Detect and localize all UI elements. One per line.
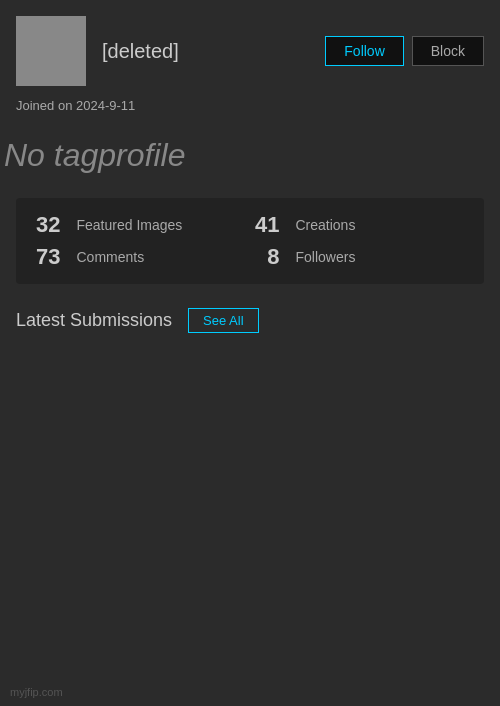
followers-count: 8 bbox=[255, 244, 279, 270]
featured-images-label: Featured Images bbox=[70, 217, 245, 233]
comments-label: Comments bbox=[70, 249, 245, 265]
creations-label: Creations bbox=[289, 217, 464, 233]
join-date: Joined on 2024-9-11 bbox=[0, 98, 500, 125]
footer: myjfip.com bbox=[10, 686, 63, 698]
stats-grid: 32 Featured Images 41 Creations 73 Comme… bbox=[36, 212, 464, 270]
latest-section: Latest Submissions See All bbox=[0, 284, 500, 349]
comments-count: 73 bbox=[36, 244, 60, 270]
action-buttons: Follow Block bbox=[325, 36, 484, 66]
followers-label: Followers bbox=[289, 249, 464, 265]
see-all-button[interactable]: See All bbox=[188, 308, 258, 333]
follow-button[interactable]: Follow bbox=[325, 36, 403, 66]
creations-count: 41 bbox=[255, 212, 279, 238]
avatar bbox=[16, 16, 86, 86]
header-section: [deleted] Follow Block bbox=[0, 0, 500, 98]
tagprofile-text: No tagprofile bbox=[0, 125, 500, 198]
stats-box: 32 Featured Images 41 Creations 73 Comme… bbox=[16, 198, 484, 284]
featured-images-count: 32 bbox=[36, 212, 60, 238]
user-info: [deleted] bbox=[102, 40, 309, 63]
latest-submissions-title: Latest Submissions bbox=[16, 310, 172, 331]
block-button[interactable]: Block bbox=[412, 36, 484, 66]
username: [deleted] bbox=[102, 40, 179, 62]
